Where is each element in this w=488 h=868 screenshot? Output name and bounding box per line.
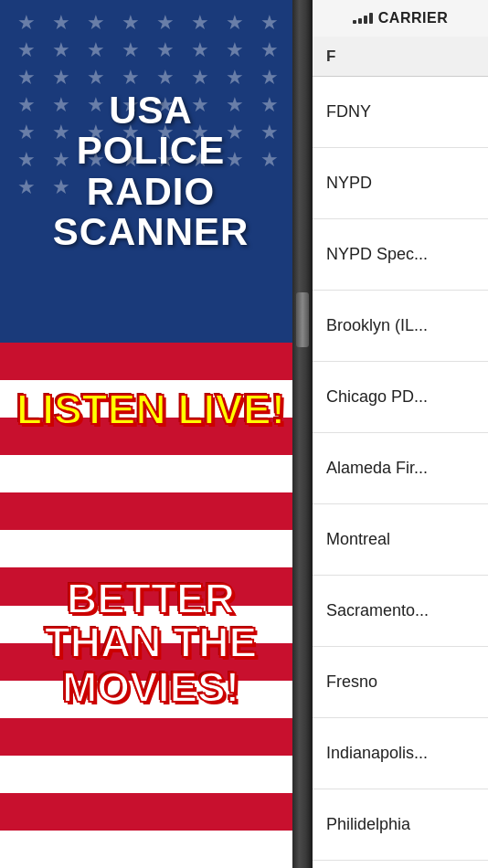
- better-text-container: BETTER THAN THE MOVIES!: [0, 449, 302, 727]
- better-line3: MOVIES!: [62, 663, 239, 711]
- list-item-label: NYPD Spec...: [326, 245, 428, 264]
- star-icon: ★: [148, 9, 183, 37]
- list-item-label: Sacramento...: [326, 601, 429, 620]
- list-header-text: F: [326, 48, 335, 66]
- signal-bar-1: [353, 20, 356, 24]
- stripe: [0, 756, 302, 793]
- star-icon: ★: [217, 9, 252, 37]
- star-icon: ★: [44, 37, 79, 64]
- list-item[interactable]: FDNY: [313, 77, 488, 148]
- list-item[interactable]: Alameda Fir...: [313, 433, 488, 504]
- list-item[interactable]: Brooklyn (IL...: [313, 291, 488, 362]
- list-item-label: Indianapolis...: [326, 744, 428, 763]
- status-bar: CARRIER: [313, 0, 488, 37]
- star-icon: ★: [113, 37, 148, 64]
- star-icon: ★: [79, 37, 113, 64]
- device-bezel: [292, 0, 313, 868]
- signal-bar-4: [369, 13, 373, 24]
- list-item[interactable]: Fresno: [313, 647, 488, 718]
- star-icon: ★: [148, 37, 183, 64]
- stripe: [0, 793, 302, 831]
- list-item[interactable]: Indianapolis...: [313, 718, 488, 789]
- star-icon: ★: [252, 37, 287, 64]
- listen-live-text: LISTEN LIVE!: [9, 388, 292, 430]
- list-item-label: Fresno: [326, 672, 377, 692]
- signal-bar-2: [358, 18, 362, 24]
- list-item[interactable]: NYPD: [313, 148, 488, 219]
- right-panel: F FDNYNYPDNYPD Spec...Brooklyn (IL...Chi…: [313, 37, 488, 868]
- star-icon: ★: [183, 37, 217, 64]
- list-item[interactable]: Philidelphia: [313, 789, 488, 861]
- app-title-container: USA POLICE RADIO SCANNER: [0, 81, 302, 260]
- list-item[interactable]: Chicago PD...: [313, 362, 488, 433]
- station-list: FDNYNYPDNYPD Spec...Brooklyn (IL...Chica…: [313, 77, 488, 861]
- title-line1: USA: [109, 89, 193, 132]
- list-item-label: NYPD: [326, 174, 372, 193]
- carrier-label: CARRIER: [378, 10, 448, 26]
- star-icon: ★: [44, 9, 79, 37]
- list-item[interactable]: Sacramento...: [313, 576, 488, 647]
- star-icon: ★: [79, 9, 113, 37]
- star-icon: ★: [217, 37, 252, 64]
- stripe: [0, 831, 302, 868]
- left-panel: ★★★★★★★★★★★★★★★★★★★★★★★★★★★★★★★★★★★★★★★★…: [0, 0, 302, 868]
- list-item[interactable]: Montreal: [313, 504, 488, 576]
- red-section: LISTEN LIVE! BETTER THAN THE MOVIES!: [0, 343, 302, 868]
- list-item[interactable]: NYPD Spec...: [313, 219, 488, 291]
- star-icon: ★: [9, 37, 44, 64]
- star-icon: ★: [183, 9, 217, 37]
- blue-section: ★★★★★★★★★★★★★★★★★★★★★★★★★★★★★★★★★★★★★★★★…: [0, 0, 302, 343]
- list-item-label: Brooklyn (IL...: [326, 316, 428, 335]
- better-line1: BETTER: [67, 575, 235, 622]
- list-header: F: [313, 37, 488, 77]
- title-line2: POLICE RADIO: [77, 129, 225, 212]
- list-item-label: FDNY: [326, 102, 371, 122]
- title-line3: SCANNER: [53, 210, 249, 253]
- listen-live-container: LISTEN LIVE!: [0, 343, 302, 449]
- side-button: [296, 292, 309, 347]
- list-item-label: Philidelphia: [326, 815, 410, 834]
- list-item-label: Montreal: [326, 530, 390, 549]
- list-item-label: Chicago PD...: [326, 387, 428, 407]
- star-icon: ★: [252, 9, 287, 37]
- better-text: BETTER THAN THE MOVIES!: [9, 577, 292, 709]
- better-line2: THAN THE: [45, 619, 258, 666]
- list-item-label: Alameda Fir...: [326, 459, 428, 478]
- star-icon: ★: [113, 9, 148, 37]
- app-title: USA POLICE RADIO SCANNER: [14, 90, 288, 251]
- star-icon: ★: [9, 9, 44, 37]
- signal-bar-3: [364, 16, 367, 24]
- signal-indicator: [353, 13, 373, 24]
